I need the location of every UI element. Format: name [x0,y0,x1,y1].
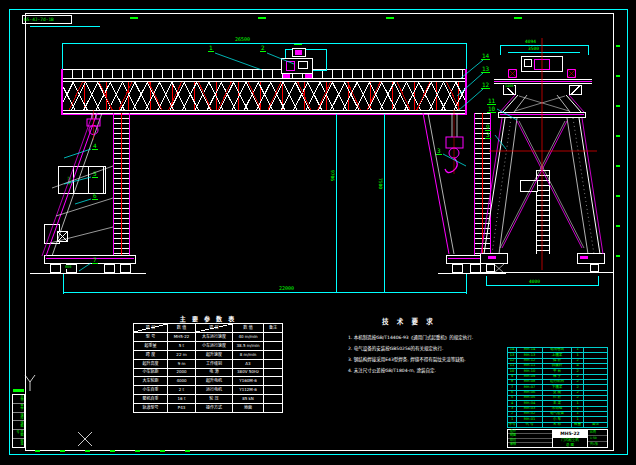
table-row: 3MH-03吊钩组1 [508,407,607,411]
table-cell: 1 [508,417,516,421]
left-leg-grid-box [57,231,68,242]
span-dim-text: 22000 [278,286,295,291]
side-bogie-right-accent [580,256,588,259]
foot-dim-text: 800 [64,265,72,269]
side-wheel-right [590,264,599,272]
table-cell: 地面 [233,404,263,412]
girder-truss-web [62,82,467,110]
note-item-2: 2. 电气设备的安装按GB50256的有关规定执行. [348,343,480,354]
table-row: 7MH-07下横梁2 [508,385,607,389]
table-cell: 2 [508,412,516,416]
table-cell: 项 目 [134,324,167,332]
table-cell: 22 m [168,351,195,359]
code-underline [30,26,100,27]
table-cell: 8 m/min [233,351,263,359]
cad-drawing-sheet: G5-4J-7d-1B [0,0,636,465]
table-row: 11MH-11斜腹杆4 [508,364,607,368]
table-cell: 斜腹杆 [543,364,571,368]
table-cell: 下横梁 [543,385,571,389]
table-cell: 1 [572,401,583,405]
table-row: 型 号MH5-22大车运行速度40 m/min [134,333,282,341]
table-cell: MH-06 [517,391,542,395]
table-cell: 起重量 [134,342,167,350]
zone-tick [616,75,620,77]
side-top-beam-m [494,81,592,82]
table-cell [584,396,607,400]
table-cell [584,407,607,411]
title-block-fields: 设计 制图 校对 审核 [508,430,553,447]
girder-end-post-right [465,69,467,115]
field-approve: 审核 [508,443,552,447]
table-cell: 电气设备 [543,412,571,416]
table-cell: MH-10 [517,369,542,373]
table-cell: 2 [572,359,583,363]
side-dim-top-text: 4094 [524,39,537,44]
table-row: 8MH-08运行机构2 [508,380,607,384]
table-cell [584,369,607,373]
table-cell: 梯 子 [543,375,571,379]
side-trolley-motor [524,59,532,67]
table-cell: A3 [233,360,263,368]
table-cell: 备注 [264,324,282,332]
balloon-3: 3 [436,148,442,155]
drawing-name: 总 图 [553,443,587,447]
table-cell [584,359,607,363]
zone-tick [616,45,620,47]
balloon-11: 11 [487,98,496,105]
table-cell: 轮 压 [196,395,232,403]
param-table: 项 目数 值项 目数 值备注型 号MH5-22大车运行速度40 m/min起重量… [133,323,283,413]
table-cell: 电缆卷筒 [543,348,571,352]
table-row: 13MH-13上横梁1 [508,353,607,357]
table-cell: MH-09 [517,375,542,379]
table-cell: MH-11 [517,364,542,368]
table-cell [264,377,282,385]
height-dim-line-a [336,114,337,292]
balloon-13: 13 [481,66,490,73]
drawing-code-box: G5-4J-7d-1B [22,15,72,24]
height-dim-text-b: 7500 [377,178,384,189]
drawing-code: G5-4J-7d-1B [23,16,71,23]
right-wheel-1 [452,264,463,273]
notes-block: 技 术 要 求 1. 本机制造按GB/T14406-93《通用门式起重机》的规定… [348,316,480,376]
zone-tick [110,450,115,452]
side-dim-top-ext-l [500,45,501,55]
left-bogie-beam [44,255,136,264]
left-wheel-4 [120,264,131,273]
table-cell: 大车轮距 [134,377,167,385]
table-row: 2MH-02电气设备1 [508,412,607,416]
table-cell: 5 [508,396,516,400]
table-cell: 40 m/min [233,333,263,341]
table-cell: 小车运行速度 [196,342,232,350]
balloon-14: 14 [481,53,490,60]
table-cell: 轨道型号 [134,404,167,412]
side-bogie-left-accent [488,256,496,259]
table-cell: 备注 [584,423,607,427]
table-cell: 2 t [168,386,195,394]
table-row: 10MH-10平 台2 [508,369,607,373]
title-block-center: MH5-22 门式起重机 总 图 [553,430,588,447]
table-cell [264,386,282,394]
left-strip-table: 日期 签字 描校 描图 底图号 批准 [12,394,25,448]
trolley-wheel-right [305,74,312,78]
balloon-9: 9 [485,124,491,131]
table-cell: 运行电机 [196,386,232,394]
table-cell: 撑 杆 [543,359,571,363]
table-row: 6MH-06支 腿2 [508,391,607,395]
table-cell [584,364,607,368]
table-cell: 小 车 [543,417,571,421]
left-strip-cell: 描校 [13,413,24,422]
table-row: 12MH-12撑 杆2 [508,359,607,363]
table-cell: 1 [572,353,583,357]
table-cell: 主 梁 [543,401,571,405]
total-dim-ext-right [466,43,467,69]
table-row: 序号代 号名 称数量备注 [508,423,607,427]
table-cell: MH-13 [517,353,542,357]
table-cell: 2 [572,391,583,395]
table-cell [264,351,282,359]
table-cell: 操作方式 [196,404,232,412]
table-cell: 1 [572,417,583,421]
table-row: 整机自重16 t轮 压85 kN [134,395,282,403]
table-cell: 起升高度 [134,360,167,368]
table-row: 9MH-09梯 子2 [508,375,607,379]
zone-tick [130,17,138,19]
